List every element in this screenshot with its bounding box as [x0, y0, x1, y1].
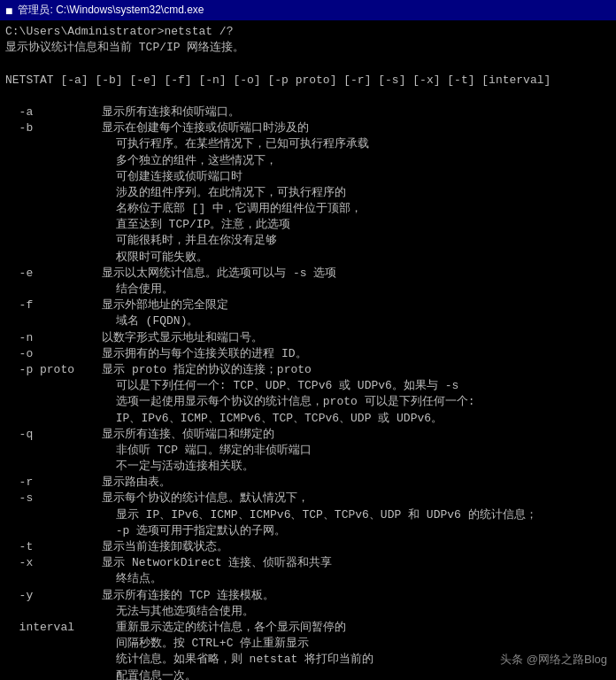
- option-desc: 显示路由表。: [33, 475, 171, 489]
- option-desc-cont: 涉及的组件序列。在此情况下，可执行程序的: [5, 186, 346, 199]
- option-desc: 显示 NetworkDirect 连接、侦听器和共享: [33, 556, 332, 569]
- option-desc: 重新显示选定的统计信息，各个显示间暂停的: [74, 621, 346, 634]
- option-desc-cont: 无法与其他选项结合使用。: [5, 605, 254, 618]
- option-desc: 显示以太网统计信息。此选项可以与 -s 选项: [33, 267, 336, 280]
- syntax-line: NETSTAT [-a] [-b] [-e] [-f] [-n] [-o] [-…: [5, 73, 551, 87]
- option-flag: -e: [5, 267, 33, 280]
- option-desc-cont: 间隔秒数。按 CTRL+C 停止重新显示: [5, 637, 309, 650]
- watermark: 头条 @网络之路Blog: [500, 652, 607, 668]
- option-desc-cont: 权限时可能失败。: [5, 251, 208, 264]
- option-flag: -s: [5, 491, 33, 505]
- option-desc: 显示每个协议的统计信息。默认情况下，: [33, 491, 309, 505]
- option-desc-cont: 可以是下列任何一个: TCP、UDP、TCPv6 或 UDPv6。如果与 -s: [5, 379, 458, 392]
- title-bar-text: 管理员: C:\Windows\system32\cmd.exe: [18, 3, 611, 18]
- cmd-window: ■ 管理员: C:\Windows\system32\cmd.exe C:\Us…: [0, 0, 616, 680]
- option-desc-cont: 终结点。: [5, 572, 162, 585]
- option-desc-cont: 结合使用。: [5, 282, 173, 296]
- option-flag: -p proto: [5, 363, 74, 376]
- option-desc-cont: 不一定与活动连接相关联。: [5, 460, 254, 473]
- option-desc: 显示 proto 指定的协议的连接；proto: [74, 363, 312, 376]
- option-desc-cont: -p 选项可用于指定默认的子网。: [5, 524, 286, 537]
- option-desc-cont: 选项一起使用显示每个协议的统计信息，proto 可以是下列任何一个:: [5, 395, 474, 408]
- prompt-line-1: C:\Users\Administrator>netstat /?: [5, 25, 233, 38]
- option-flag: -r: [5, 475, 33, 489]
- option-flag: -q: [5, 428, 33, 441]
- option-desc-cont: 配置信息一次。: [5, 669, 196, 681]
- option-desc: 显示在创建每个连接或侦听端口时涉及的: [33, 121, 309, 135]
- option-desc-cont: 统计信息。如果省略，则 netstat 将打印当前的: [5, 653, 373, 666]
- option-desc: 显示所有连接、侦听端口和绑定的: [33, 428, 274, 441]
- title-bar: ■ 管理员: C:\Windows\system32\cmd.exe: [0, 0, 616, 20]
- terminal-body[interactable]: C:\Users\Administrator>netstat /? 显示协议统计…: [0, 20, 616, 680]
- option-desc-cont: 显示 IP、IPv6、ICMP、ICMPv6、TCP、TCPv6、UDP 和 U…: [5, 508, 537, 522]
- option-desc-cont: 可创建连接或侦听端口时: [5, 170, 243, 183]
- option-desc-cont: 多个独立的组件，这些情况下，: [5, 154, 277, 167]
- option-flag: -t: [5, 540, 33, 553]
- option-desc: 显示外部地址的完全限定: [33, 298, 228, 312]
- option-flag: -y: [5, 589, 33, 602]
- option-flag: interval: [5, 621, 74, 634]
- option-desc: 显示当前连接卸载状态。: [33, 540, 228, 553]
- option-desc: 以数字形式显示地址和端口号。: [33, 331, 263, 344]
- option-desc-cont: 域名 (FQDN)。: [5, 314, 198, 328]
- option-desc-cont: 名称位于底部 [] 中，它调用的组件位于顶部，: [5, 202, 362, 215]
- option-desc: 显示所有连接和侦听端口。: [33, 105, 240, 119]
- option-desc-cont: IP、IPv6、ICMP、ICMPv6、TCP、TCPv6、UDP 或 UDPv…: [5, 412, 443, 425]
- option-desc-cont: 可执行程序。在某些情况下，已知可执行程序承载: [5, 137, 369, 151]
- option-flag: -n: [5, 331, 33, 344]
- option-flag: -f: [5, 298, 33, 312]
- option-desc: 显示拥有的与每个连接关联的进程 ID。: [33, 347, 306, 360]
- option-flag: -b: [5, 121, 33, 135]
- option-desc-cont: 直至达到 TCP/IP。注意，此选项: [5, 218, 290, 231]
- option-flag: -o: [5, 347, 33, 360]
- option-desc-cont: 非侦听 TCP 端口。绑定的非侦听端口: [5, 444, 312, 457]
- cmd-icon: ■: [5, 4, 12, 18]
- option-desc: 显示所有连接的 TCP 连接模板。: [33, 589, 274, 602]
- option-flag: -x: [5, 556, 33, 569]
- description-line: 显示协议统计信息和当前 TCP/IP 网络连接。: [5, 41, 244, 54]
- option-flag: -a: [5, 105, 33, 119]
- option-desc-cont: 可能很耗时，并且在你没有足够: [5, 234, 277, 247]
